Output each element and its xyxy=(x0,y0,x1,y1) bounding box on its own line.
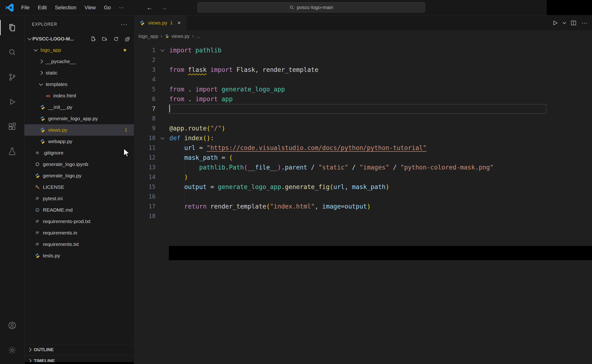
code-line-3[interactable]: 3from flask import Flask, render_templat… xyxy=(134,65,592,75)
code-line-5[interactable]: 5from . import generate_logo_app xyxy=(134,84,592,94)
menu-go[interactable]: Go xyxy=(100,0,115,15)
menu-more[interactable]: ··· xyxy=(115,0,128,15)
code-line-4[interactable]: 4 xyxy=(134,75,592,84)
command-center-search[interactable]: pvscc-logo-main xyxy=(197,2,425,13)
tab-problems-badge: 1 xyxy=(170,20,173,26)
tree-item-generate-logo-app-py[interactable]: generate_logo_app.py xyxy=(24,113,134,124)
line-number: 1 xyxy=(134,46,156,55)
tree-item-index-html[interactable]: <>index.html xyxy=(24,90,134,101)
token: output xyxy=(345,203,367,210)
tree-item-requirements-txt[interactable]: requirements.txt xyxy=(24,239,134,250)
code-line-18[interactable]: 18 xyxy=(134,211,592,221)
vscode-window: FileEditSelectionViewGo··· ← → pvscc-log… xyxy=(0,0,592,364)
token: mask_path xyxy=(352,183,385,190)
new-file-icon[interactable] xyxy=(91,36,96,41)
text-icon xyxy=(34,195,40,202)
tree-item-license[interactable]: LICENSE xyxy=(24,182,134,193)
run-dropdown-chevron-icon[interactable] xyxy=(563,21,566,24)
token: render_template xyxy=(210,203,266,210)
token: def xyxy=(169,135,181,142)
activity-run-debug-button[interactable] xyxy=(0,90,24,114)
menu-view[interactable]: View xyxy=(80,0,100,15)
code-line-11[interactable]: 11 url = "https://code.visualstudio.com/… xyxy=(134,143,592,153)
account-button[interactable] xyxy=(0,313,24,338)
more-actions-icon[interactable]: ··· xyxy=(581,19,588,27)
chevron-down-icon xyxy=(28,36,32,40)
run-file-icon[interactable] xyxy=(552,20,559,26)
token: parent xyxy=(285,164,307,171)
menu-edit[interactable]: Edit xyxy=(33,0,51,15)
tree-item-init-py[interactable]: __init__.py xyxy=(24,101,134,113)
forward-icon[interactable]: → xyxy=(161,4,167,11)
activity-source-control-button[interactable] xyxy=(0,65,24,90)
new-folder-icon[interactable] xyxy=(102,36,107,41)
code-line-17[interactable]: 17 return render_template("index.html", … xyxy=(134,202,592,211)
outline-section[interactable]: OUTLINE xyxy=(24,344,134,355)
settings-button[interactable] xyxy=(0,338,24,363)
code-line-13[interactable]: 13 pathlib.Path(__file__).parent / "stat… xyxy=(134,162,592,172)
tree-item-generate-logo-py[interactable]: generate_logo.py xyxy=(24,170,134,182)
breadcrumb-item[interactable]: views.py xyxy=(171,33,190,39)
tree-item-label: requirements.in xyxy=(43,230,77,236)
tree-item-label: index.html xyxy=(53,93,76,98)
html-icon: <> xyxy=(45,93,51,99)
code-area[interactable]: 1import pathlib23from flask import Flask… xyxy=(134,42,592,221)
tab-views-py[interactable]: views.py 1 × xyxy=(134,15,186,31)
tree-item-views-py[interactable]: views.py1 xyxy=(24,124,134,136)
refresh-icon[interactable] xyxy=(113,36,119,41)
token: ( xyxy=(203,135,207,142)
tree-item-label: tests.py xyxy=(43,253,60,259)
fold-column xyxy=(156,192,169,202)
code-line-12[interactable]: 12 mask_path = ( xyxy=(134,153,592,162)
breadcrumb-item[interactable]: logo_app xyxy=(139,33,158,39)
fold-chevron-icon[interactable] xyxy=(161,48,164,52)
chevron-right-icon xyxy=(39,59,43,64)
git-icon xyxy=(34,150,40,156)
menu-selection[interactable]: Selection xyxy=(51,0,80,15)
code-line-9[interactable]: 9@app.route("/") xyxy=(134,124,592,133)
token: __file__ xyxy=(248,164,277,171)
code-line-7[interactable]: 7 xyxy=(134,104,592,114)
close-icon[interactable]: × xyxy=(177,20,181,26)
token: , xyxy=(345,183,352,190)
modified-dot-badge xyxy=(124,49,126,52)
code-line-8[interactable]: 8 xyxy=(134,114,592,124)
tree-item-pycache[interactable]: __pycache__ xyxy=(24,56,134,67)
activity-search-button[interactable] xyxy=(0,40,24,65)
token xyxy=(169,174,184,181)
tree-item-gitignore[interactable]: .gitignore xyxy=(24,147,134,159)
code-line-14[interactable]: 14 ) xyxy=(134,172,592,182)
tree-item-generate-logo-ipynb[interactable]: generate_logo.ipynb xyxy=(24,159,134,170)
tree-item-requirements-prod-txt[interactable]: requirements-prod.txt xyxy=(24,216,134,227)
collapse-all-icon[interactable] xyxy=(125,36,130,41)
back-icon[interactable]: ← xyxy=(146,4,153,11)
tree-item-pytest-ini[interactable]: pytest.ini xyxy=(24,193,134,204)
menu-file[interactable]: File xyxy=(17,0,33,15)
tree-item-requirements-in[interactable]: requirements.in xyxy=(24,227,134,239)
code-line-2[interactable]: 2 xyxy=(134,55,592,65)
tree-item-logo-app[interactable]: logo_app xyxy=(24,44,134,56)
split-editor-icon[interactable] xyxy=(570,20,577,26)
code-text: import pathlib xyxy=(169,46,592,55)
tree-item-webapp-py[interactable]: webapp.py xyxy=(24,136,134,147)
fold-chevron-icon[interactable] xyxy=(161,136,164,139)
code-line-16[interactable]: 16 xyxy=(134,192,592,202)
tree-item-label: webapp.py xyxy=(48,139,72,144)
breadcrumb-item[interactable]: ... xyxy=(196,33,200,39)
code-line-6[interactable]: 6from . import app xyxy=(134,94,592,104)
activity-testing-button[interactable] xyxy=(0,139,24,164)
activity-explorer-button[interactable] xyxy=(0,15,24,40)
tree-item-readme-md[interactable]: README.md xyxy=(24,204,134,216)
tree-item-static[interactable]: static xyxy=(24,67,134,78)
activity-extensions-button[interactable] xyxy=(0,114,24,139)
breadcrumb-separator-icon: › xyxy=(192,33,194,39)
sidebar-more-actions-icon[interactable]: ··· xyxy=(121,23,128,26)
token: ) xyxy=(277,164,281,171)
code-line-1[interactable]: 1import pathlib xyxy=(134,46,592,55)
code-line-10[interactable]: 10def index(): xyxy=(134,133,592,143)
code-line-15[interactable]: 15 output = generate_logo_app.generate_f… xyxy=(134,182,592,192)
tree-item-tests-py[interactable]: tests.py xyxy=(24,250,134,261)
workspace-section-header[interactable]: PVSCC-LOGO-M... xyxy=(24,33,134,44)
tree-item-templates[interactable]: templates xyxy=(24,78,134,90)
line-number: 18 xyxy=(134,211,156,221)
